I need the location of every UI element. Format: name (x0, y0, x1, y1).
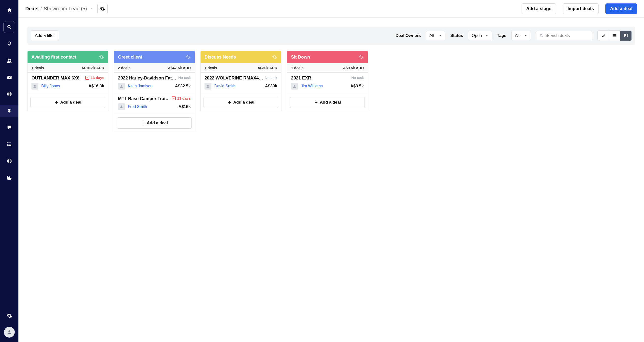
stage-count: 1 deals (204, 66, 217, 70)
owner-link[interactable]: Billy Jones (41, 84, 60, 88)
import-deals-button[interactable]: Import deals (563, 4, 598, 14)
deal-title: OUTLANDER MAX 6X6 (32, 76, 84, 81)
add-deal-in-stage-button[interactable]: Add a deal (30, 97, 105, 108)
svg-point-34 (121, 85, 122, 86)
deal-title: MT1 Base Camper Trailer (118, 96, 170, 101)
owner-avatar-icon (118, 83, 125, 90)
list-icon[interactable] (4, 138, 15, 150)
no-task-badge: No task (178, 76, 191, 80)
deal-amount: A$9.5k (350, 84, 364, 89)
view-check-icon[interactable] (598, 31, 609, 41)
deal-title: 2022 Harley-Davidson Fatboy (118, 76, 177, 81)
chevron-down-icon (524, 34, 527, 37)
owner-link[interactable]: Jim Williams (301, 84, 323, 88)
stage-summary: 1 deals A$16.3k AUD (28, 63, 108, 73)
deal-owner: Billy Jones (32, 83, 60, 90)
deal-amount: A$15k (178, 104, 191, 109)
add-filter-button[interactable]: Add a filter (31, 31, 59, 41)
tags-select[interactable]: All (511, 31, 531, 40)
view-list-icon[interactable] (609, 31, 620, 41)
no-task-badge: No task (265, 76, 277, 80)
svg-rect-19 (8, 178, 9, 179)
svg-line-24 (542, 36, 543, 37)
stage-header: Sit Down (287, 51, 368, 63)
mail-icon[interactable] (4, 71, 15, 83)
pipeline-settings-button[interactable] (97, 4, 108, 14)
svg-point-2 (8, 59, 10, 61)
owner-avatar-icon (32, 83, 38, 90)
svg-point-13 (7, 145, 8, 146)
stage-title: Sit Down (291, 55, 310, 60)
breadcrumb-leaf: Showroom Lead (5) (44, 6, 87, 12)
home-icon[interactable] (4, 5, 15, 16)
stage-summary: 1 deals A$9.5k AUD (287, 63, 368, 73)
add-deal-button[interactable]: Add a deal (606, 4, 637, 14)
status-label: Status (450, 33, 463, 38)
dollar-icon[interactable] (0, 105, 18, 117)
stage-header: Awaiting first contact (28, 51, 108, 63)
chat-icon[interactable] (4, 122, 15, 133)
add-deal-in-stage-button[interactable]: Add a deal (290, 97, 365, 108)
svg-point-38 (207, 85, 208, 86)
deal-owners-select[interactable]: All (426, 31, 446, 40)
deal-card[interactable]: 2022 WOLVERINE RMAX4 1000 XT-R No task D… (200, 73, 281, 93)
add-stage-button[interactable]: Add a stage (522, 4, 556, 14)
owner-link[interactable]: Fred Smith (128, 105, 147, 109)
svg-rect-29 (625, 34, 626, 37)
breadcrumb[interactable]: Deals / Showroom Lead (5) (25, 6, 94, 12)
stage-title: Awaiting first contact (32, 55, 76, 60)
chart-icon[interactable] (4, 172, 15, 184)
globe-icon[interactable] (4, 155, 15, 167)
owner-avatar-icon (118, 103, 125, 110)
status-select[interactable]: Open (468, 31, 492, 40)
people-icon[interactable] (4, 55, 15, 67)
add-deal-in-stage-button[interactable]: Add a deal (204, 97, 278, 108)
deal-card[interactable]: 2021 EXR No task Jim Williams A$9.5k (287, 73, 368, 93)
overdue-badge: 13 days (172, 96, 191, 100)
svg-rect-4 (7, 76, 12, 79)
target-icon[interactable] (4, 88, 15, 100)
view-board-icon[interactable] (620, 31, 632, 41)
stage-column: Sit Down 1 deals A$9.5k AUD 2021 EXR No … (287, 51, 368, 111)
deal-title: 2022 WOLVERINE RMAX4 1000 XT-R (204, 76, 263, 81)
deal-owner: Jim Williams (291, 83, 323, 90)
page-header: Deals / Showroom Lead (5) Add a stage Im… (18, 0, 644, 18)
svg-point-41 (294, 85, 295, 86)
stage-count: 1 deals (32, 66, 44, 70)
gear-icon[interactable] (99, 54, 104, 60)
stage-title: Greet client (118, 55, 142, 60)
search-icon (540, 34, 544, 38)
user-avatar[interactable] (4, 327, 15, 337)
overdue-badge: 13 days (85, 76, 104, 80)
svg-point-12 (7, 144, 8, 144)
deal-owners-label: Deal Owners (396, 33, 421, 38)
svg-point-35 (121, 106, 122, 107)
stage-column: Discuss Needs 1 deals A$30k AUD 2022 WOL… (200, 51, 282, 111)
gear-icon[interactable] (358, 54, 364, 60)
search-input[interactable] (546, 33, 589, 38)
search-deals-box[interactable] (536, 31, 592, 40)
add-deal-in-stage-button[interactable]: Add a deal (117, 117, 192, 129)
svg-rect-30 (627, 34, 628, 37)
deal-owner: Keith Jamison (118, 83, 153, 90)
chevron-down-icon[interactable] (90, 7, 94, 11)
svg-point-11 (7, 143, 8, 143)
lightbulb-icon[interactable] (4, 38, 15, 50)
search-icon[interactable] (4, 21, 15, 33)
settings-icon[interactable] (4, 310, 15, 322)
deal-board: Awaiting first contact 1 deals A$16.3k A… (18, 51, 644, 141)
svg-rect-20 (9, 177, 10, 179)
deal-card[interactable]: 2022 Harley-Davidson Fatboy No task Keit… (114, 73, 195, 93)
owner-link[interactable]: David Smith (214, 84, 236, 88)
stage-count: 1 deals (291, 66, 304, 70)
gear-icon[interactable] (185, 54, 191, 60)
stage-header: Greet client (114, 51, 195, 63)
stage-total: A$47.5k AUD (168, 66, 191, 70)
stage-column: Awaiting first contact 1 deals A$16.3k A… (27, 51, 108, 111)
deal-card[interactable]: MT1 Base Camper Trailer 13 days Fred Smi… (114, 93, 195, 114)
svg-point-3 (10, 59, 11, 61)
gear-icon[interactable] (272, 54, 277, 60)
filter-bar: Add a filter Deal Owners All Status Open… (27, 27, 635, 45)
deal-card[interactable]: OUTLANDER MAX 6X6 13 days Billy Jones A$… (28, 73, 108, 93)
owner-link[interactable]: Keith Jamison (128, 84, 153, 88)
